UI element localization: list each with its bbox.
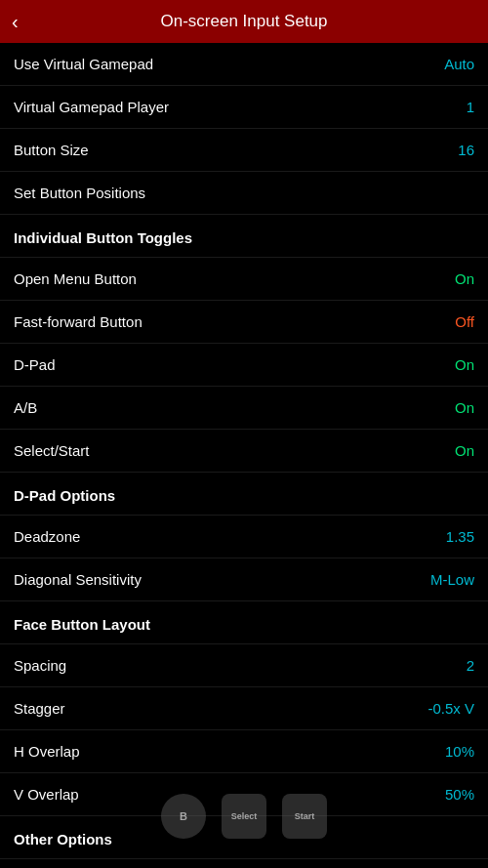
setting-row-a-b[interactable]: A/BOn <box>0 387 488 430</box>
setting-label: A/B <box>14 399 37 416</box>
setting-label: Use Virtual Gamepad <box>14 56 153 72</box>
setting-value: M-Low <box>430 571 474 588</box>
setting-row-show-bounding-boxes[interactable]: Show Bounding BoxesOff <box>0 859 488 868</box>
setting-row-d-pad[interactable]: D-PadOn <box>0 344 488 387</box>
setting-value: On <box>455 270 474 287</box>
setting-row-diagonal-sensitivity[interactable]: Diagonal SensitivityM-Low <box>0 558 488 601</box>
setting-row-fast-forward-button[interactable]: Fast-forward ButtonOff <box>0 301 488 344</box>
section-header-d-pad-options: D-Pad Options <box>0 473 488 516</box>
setting-row-stagger[interactable]: Stagger-0.5x V <box>0 687 488 730</box>
setting-value: On <box>455 399 474 416</box>
settings-list: Use Virtual GamepadAutoVirtual Gamepad P… <box>0 43 488 868</box>
setting-label: Open Menu Button <box>14 270 137 287</box>
section-label: D-Pad Options <box>14 487 115 504</box>
setting-value: 1 <box>467 99 474 115</box>
setting-value: 1.35 <box>446 528 474 545</box>
setting-label: Spacing <box>14 657 66 674</box>
header: ‹ On-screen Input Setup <box>0 0 488 43</box>
setting-label: Stagger <box>14 700 65 717</box>
section-header-other-options: Other Options <box>0 816 488 859</box>
setting-label: Diagonal Sensitivity <box>14 571 142 588</box>
setting-label: Deadzone <box>14 528 80 545</box>
setting-value: -0.5x V <box>427 700 474 717</box>
setting-row-spacing[interactable]: Spacing2 <box>0 644 488 687</box>
setting-value: On <box>455 442 474 459</box>
setting-label: Set Button Positions <box>14 185 145 201</box>
setting-value: 50% <box>445 786 474 803</box>
app-container: ‹ On-screen Input Setup Use Virtual Game… <box>0 0 488 868</box>
back-button[interactable]: ‹ <box>12 11 19 33</box>
setting-row-virtual-gamepad-player[interactable]: Virtual Gamepad Player1 <box>0 86 488 129</box>
setting-value: Auto <box>444 56 474 72</box>
setting-row-select-start[interactable]: Select/StartOn <box>0 430 488 473</box>
setting-row-deadzone[interactable]: Deadzone1.35 <box>0 516 488 558</box>
setting-row-v-overlap[interactable]: V Overlap50% <box>0 773 488 816</box>
section-header-face-button-layout: Face Button Layout <box>0 601 488 644</box>
setting-label: Virtual Gamepad Player <box>14 99 169 115</box>
setting-label: V Overlap <box>14 786 79 803</box>
header-title: On-screen Input Setup <box>160 12 327 31</box>
setting-row-button-size[interactable]: Button Size16 <box>0 129 488 172</box>
setting-value: 2 <box>467 657 474 674</box>
setting-label: Fast-forward Button <box>14 313 142 330</box>
section-header-individual-button-toggles: Individual Button Toggles <box>0 215 488 258</box>
setting-row-set-button-positions[interactable]: Set Button Positions <box>0 172 488 215</box>
setting-label: Select/Start <box>14 442 90 459</box>
setting-value: 10% <box>445 743 474 760</box>
setting-value: 16 <box>458 142 474 158</box>
setting-label: H Overlap <box>14 743 80 760</box>
setting-value: On <box>455 356 474 373</box>
section-label: Face Button Layout <box>14 616 150 633</box>
setting-label: Button Size <box>14 142 89 158</box>
section-label: Individual Button Toggles <box>14 229 192 246</box>
setting-row-use-virtual-gamepad[interactable]: Use Virtual GamepadAuto <box>0 43 488 86</box>
setting-value: Off <box>455 313 474 330</box>
section-label: Other Options <box>14 831 112 847</box>
setting-row-h-overlap[interactable]: H Overlap10% <box>0 730 488 773</box>
setting-row-open-menu-button[interactable]: Open Menu ButtonOn <box>0 258 488 301</box>
setting-label: D-Pad <box>14 356 56 373</box>
